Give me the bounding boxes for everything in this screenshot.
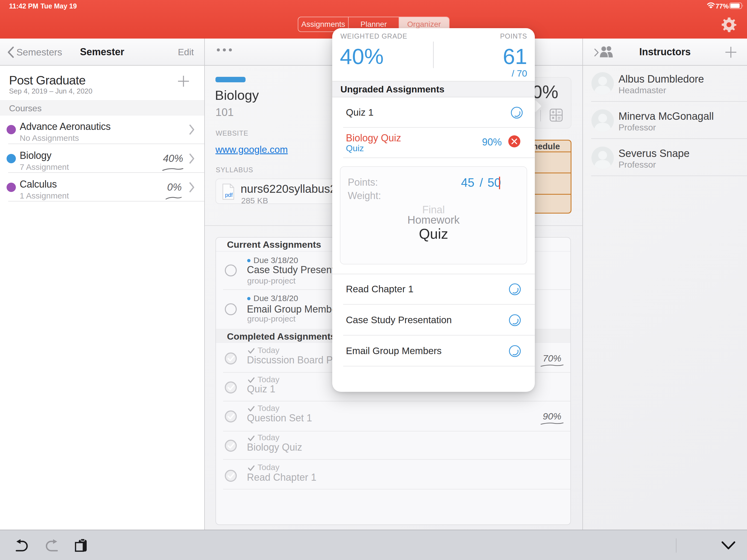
svg-text:pdf: pdf bbox=[225, 192, 233, 198]
